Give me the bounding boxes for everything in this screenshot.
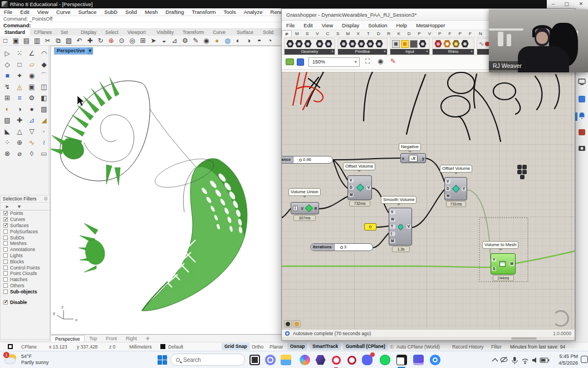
toolbar-icon[interactable]: ✚ bbox=[85, 37, 95, 45]
node-volume-union[interactable]: ↧ V R bbox=[291, 202, 319, 214]
category-tab[interactable]: M bbox=[292, 30, 302, 37]
category-tab[interactable]: N bbox=[476, 30, 486, 37]
toolbar-icon[interactable]: ⧉ bbox=[53, 37, 63, 45]
rhino-taskbar-icon[interactable] bbox=[395, 354, 408, 366]
toolbar-tab[interactable]: Set View bbox=[56, 29, 76, 36]
spotify-icon[interactable] bbox=[379, 354, 391, 366]
system-tray-icons[interactable] bbox=[490, 356, 551, 365]
filter-points[interactable]: Points bbox=[1, 210, 50, 217]
rhino-menu-item[interactable]: Surface bbox=[74, 8, 100, 16]
toolbar-icon[interactable]: ↶ bbox=[74, 37, 85, 45]
palette-tool-icon[interactable]: ◐ bbox=[1, 104, 13, 115]
status-cplane[interactable]: CPlane bbox=[21, 342, 37, 351]
toolbar-icon[interactable]: ⊕ bbox=[106, 37, 116, 45]
toggle-osnap[interactable]: Osnap bbox=[287, 343, 307, 350]
category-tab[interactable]: S bbox=[332, 30, 342, 37]
palette-tool-icon[interactable]: ⌒ bbox=[38, 70, 50, 81]
node-offset-volume-2[interactable]: VDM V bbox=[444, 177, 467, 200]
gear-icon[interactable]: ⚙ bbox=[43, 195, 48, 203]
opera-icon[interactable] bbox=[330, 354, 342, 366]
filter-disable[interactable]: Disable bbox=[1, 299, 50, 305]
status-units[interactable]: Millimeters bbox=[129, 342, 152, 351]
panel-tab-icons[interactable] bbox=[577, 78, 586, 167]
status-layer[interactable]: Default bbox=[168, 342, 183, 351]
palette-tool-icon[interactable]: ▽ bbox=[26, 126, 38, 137]
opera-gx-icon[interactable] bbox=[345, 354, 358, 366]
gh-menu-item[interactable]: File bbox=[282, 21, 299, 30]
open-file-icon[interactable] bbox=[286, 58, 294, 65]
toolbar-tab[interactable]: Curve Tools bbox=[208, 29, 232, 36]
group-geometry[interactable]: Geometry+ bbox=[284, 38, 335, 55]
category-tab[interactable]: M bbox=[343, 30, 353, 37]
node-volume-to-mesh[interactable]: VS M bbox=[491, 253, 516, 274]
palette-tool-icon[interactable]: ◉ bbox=[26, 70, 38, 81]
category-tab[interactable]: D bbox=[374, 30, 384, 37]
gh-menu-item[interactable]: MetaHopper bbox=[411, 21, 449, 30]
start-button[interactable] bbox=[156, 354, 169, 366]
status-filter[interactable]: Filter bbox=[491, 342, 502, 351]
viewport-tab-perspective[interactable]: Perspective bbox=[50, 335, 85, 342]
toolbar-icon[interactable]: ▣ bbox=[11, 37, 21, 45]
filter-control-points[interactable]: Control Points bbox=[1, 264, 50, 271]
toolbar-tab[interactable]: Viewport Layout bbox=[123, 29, 153, 36]
palette-tool-icon[interactable]: ● bbox=[26, 104, 38, 115]
palette-tool-icon[interactable]: ≡ bbox=[13, 92, 26, 104]
palette-tool-icon[interactable]: ≀ bbox=[38, 137, 50, 148]
palette-tool-icon[interactable]: ◑ bbox=[13, 104, 26, 115]
filter-blocks[interactable]: Blocks bbox=[1, 258, 50, 264]
toolbar-icon[interactable]: ◍ bbox=[222, 37, 233, 45]
slider-knob[interactable] bbox=[340, 246, 343, 249]
rhino-menu-item[interactable]: SubD bbox=[100, 8, 121, 16]
palette-tool-icon[interactable]: ⊿ bbox=[26, 115, 38, 126]
palette-tool-icon[interactable]: △ bbox=[13, 126, 26, 137]
filter-annotations[interactable]: Annotations bbox=[1, 247, 50, 253]
toolbar-tab[interactable]: CPlanes bbox=[30, 29, 56, 36]
node-offset-volume-1[interactable]: VDM V bbox=[347, 175, 372, 200]
palette-tool-icon[interactable]: ▭ bbox=[38, 148, 50, 159]
canvas-horizontal-scrollbar[interactable] bbox=[282, 337, 575, 340]
command-prompt[interactable]: Command: bbox=[0, 22, 281, 29]
toolbar-icon[interactable]: ◒ bbox=[159, 37, 169, 45]
canvas-compass-widget[interactable] bbox=[552, 310, 569, 327]
rhino-menu-item[interactable]: Analyze bbox=[240, 8, 267, 16]
palette-tool-icon[interactable]: ▨ bbox=[1, 115, 13, 126]
palette-tool-icon[interactable]: ◫ bbox=[38, 81, 50, 92]
category-tab[interactable]: F bbox=[465, 30, 475, 37]
toolbar-tab[interactable]: Display bbox=[76, 29, 101, 36]
palette-tool-icon[interactable]: ∠ bbox=[26, 48, 38, 59]
iterations-slider[interactable]: Iterations 3 bbox=[310, 243, 373, 251]
canvas-dice-button[interactable] bbox=[293, 320, 301, 327]
category-tab[interactable]: P bbox=[282, 30, 292, 37]
gh-menu-item[interactable]: Display bbox=[337, 21, 364, 30]
toolbar-icon[interactable]: ✂ bbox=[42, 37, 53, 45]
discord-icon[interactable] bbox=[361, 354, 374, 366]
toolbar-icon[interactable]: ▧ bbox=[63, 37, 74, 45]
palette-tool-icon[interactable]: ⊗ bbox=[1, 148, 13, 159]
rhino-menu-item[interactable]: Mesh bbox=[141, 8, 161, 16]
funnel-tab-icon[interactable]: ▼ bbox=[17, 204, 21, 209]
palette-tool-icon[interactable]: ◧ bbox=[38, 92, 50, 104]
close-button[interactable]: ✕ bbox=[579, 0, 584, 8]
filter-lights[interactable]: Lights bbox=[1, 253, 50, 259]
viewport-tab-top[interactable]: Top bbox=[85, 335, 101, 342]
toolbar-tab[interactable]: Standard bbox=[0, 29, 30, 36]
palette-tool-icon[interactable]: ◬ bbox=[13, 81, 26, 92]
toolbar-icon[interactable]: ◉ bbox=[201, 37, 212, 45]
distance-slider[interactable]: ance 0.96 bbox=[282, 156, 333, 164]
filter-sub-objects[interactable]: Sub-objects bbox=[1, 288, 50, 295]
group-input[interactable]: Input+ bbox=[390, 38, 430, 55]
scrollbar-thumb[interactable] bbox=[511, 337, 537, 340]
palette-tool-icon[interactable]: ⊞ bbox=[1, 92, 13, 104]
minimize-button[interactable]: – bbox=[552, 0, 555, 8]
number-panel[interactable]: 0 bbox=[364, 223, 376, 230]
gh-menu-item[interactable]: Solution bbox=[364, 21, 391, 30]
viewport-tab-front[interactable]: Front bbox=[101, 335, 121, 342]
viewport-tab-right[interactable]: Right bbox=[121, 335, 141, 342]
toolbar-icon[interactable]: ⊙ bbox=[116, 37, 127, 45]
palette-tool-icon[interactable]: ◢ bbox=[38, 115, 50, 126]
file-explorer-icon[interactable] bbox=[280, 354, 292, 366]
task-view-button[interactable] bbox=[248, 354, 261, 366]
status-record-history[interactable]: Record History bbox=[452, 342, 483, 351]
rhino-menu-item[interactable]: Transform bbox=[188, 8, 220, 16]
toolbar-icon[interactable]: ▤ bbox=[21, 37, 32, 45]
